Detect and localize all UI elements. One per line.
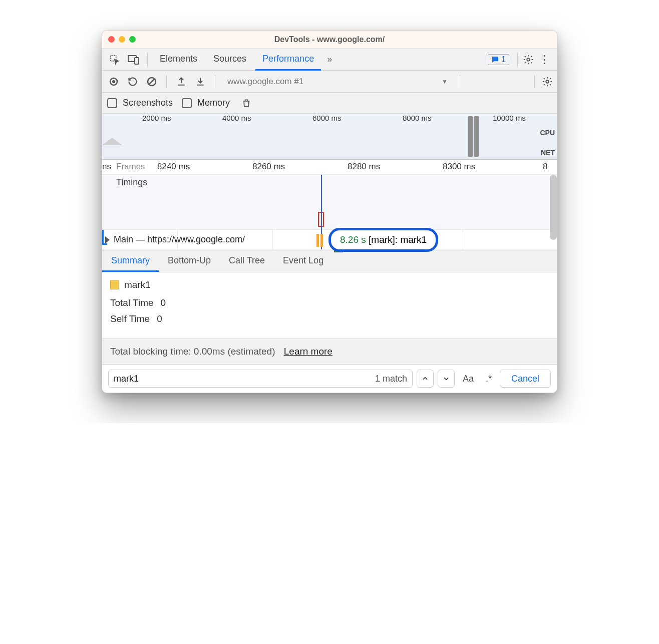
tab-call-tree[interactable]: Call Tree (220, 250, 274, 272)
svg-point-8 (546, 80, 549, 83)
cpu-label: CPU (540, 129, 555, 137)
search-input[interactable]: mark1 1 match (108, 370, 413, 388)
total-time-value: 0 (161, 297, 166, 308)
divider (517, 53, 518, 66)
recording-name: www.google.com #1 (227, 77, 303, 87)
selection-handles[interactable] (468, 116, 481, 157)
kebab-menu-icon[interactable]: ⋮ (536, 53, 553, 66)
expand-icon[interactable] (105, 236, 110, 243)
callout-time: 8.26 s (340, 234, 366, 245)
more-tabs-icon[interactable]: » (323, 54, 336, 65)
task-bar-icon (316, 234, 319, 247)
memory-checkbox[interactable]: Memory (182, 98, 230, 108)
upload-icon[interactable] (174, 74, 189, 89)
tab-summary[interactable]: Summary (102, 250, 159, 272)
detail-tabs: Summary Bottom-Up Call Tree Event Log (102, 250, 557, 272)
issues-count: 1 (501, 55, 506, 64)
issues-badge[interactable]: 1 (488, 54, 509, 65)
self-time-value: 0 (157, 313, 162, 325)
self-time-label: Self Time (110, 313, 150, 325)
svg-point-5 (112, 80, 115, 83)
tick: 10000 ms (493, 114, 526, 122)
net-label: NET (541, 149, 555, 157)
svg-point-3 (527, 58, 530, 61)
tick: 8000 ms (403, 114, 432, 122)
total-time-label: Total Time (110, 297, 154, 308)
timings-track[interactable]: Timings (102, 175, 557, 230)
device-toggle-icon[interactable] (125, 51, 142, 68)
record-icon[interactable] (106, 74, 121, 89)
divider (460, 75, 460, 88)
handle-right-icon[interactable] (474, 116, 479, 157)
ruler-left: ns (102, 162, 115, 172)
tick: 2000 ms (142, 114, 171, 122)
performance-toolbar: www.google.com #1 ▼ (102, 71, 557, 93)
case-sensitive-toggle[interactable]: Aa (459, 374, 478, 384)
prev-match-button[interactable] (417, 370, 434, 388)
summary-name-row: mark1 (110, 279, 549, 290)
mark-callout: 8.26 s [mark]: mark1 (328, 228, 438, 252)
handle-left-icon[interactable] (468, 116, 473, 157)
main-track[interactable]: Main — https://www.google.com/ 8.26 s [m… (102, 230, 557, 250)
divider (215, 75, 215, 88)
flame-chart[interactable]: ns Frames 8240 ms 8260 ms 8280 ms 8300 m… (102, 160, 557, 250)
next-match-button[interactable] (438, 370, 455, 388)
search-match-count: 1 match (375, 374, 407, 384)
summary-panel: mark1 Total Time 0 Self Time 0 (102, 272, 557, 339)
tick: 8 (543, 162, 547, 172)
timings-label: Timings (116, 177, 147, 188)
blocking-text: Total blocking time: 0.00ms (estimated) (110, 346, 275, 357)
divider (166, 75, 167, 88)
callout-text: [mark]: mark1 (369, 234, 427, 245)
frames-label: Frames (116, 162, 145, 172)
download-icon[interactable] (193, 74, 208, 89)
self-time-row: Self Time 0 (110, 313, 549, 325)
memory-label: Memory (197, 98, 230, 108)
dropdown-triangle-icon: ▼ (442, 78, 448, 85)
tab-bottom-up[interactable]: Bottom-Up (159, 250, 220, 272)
overview-ruler: 2000 ms 4000 ms 6000 ms 8000 ms 10000 ms (102, 114, 557, 125)
learn-more-link[interactable]: Learn more (284, 346, 333, 357)
tick: 8260 ms (252, 162, 285, 172)
total-time-row: Total Time 0 (110, 297, 549, 308)
color-swatch-icon (110, 280, 119, 289)
recording-select[interactable]: www.google.com #1 ▼ (222, 74, 453, 89)
search-bar: mark1 1 match Aa .* Cancel (102, 365, 557, 393)
task-bars[interactable] (316, 234, 323, 247)
tab-event-log[interactable]: Event Log (274, 250, 333, 272)
trash-icon[interactable] (239, 96, 254, 111)
reload-icon[interactable] (125, 74, 140, 89)
regex-toggle[interactable]: .* (482, 374, 496, 384)
search-value: mark1 (114, 374, 375, 384)
capture-settings-icon[interactable] (542, 76, 553, 87)
summary-name: mark1 (124, 279, 151, 290)
tick: 6000 ms (312, 114, 342, 122)
tab-elements[interactable]: Elements (153, 49, 204, 71)
settings-icon[interactable] (523, 54, 534, 65)
overview-pane[interactable]: 2000 ms 4000 ms 6000 ms 8000 ms 10000 ms… (102, 114, 557, 160)
screenshots-label: Screenshots (123, 98, 173, 108)
titlebar: DevTools - www.google.com/ (102, 31, 557, 49)
svg-line-7 (149, 79, 154, 84)
tab-performance[interactable]: Performance (255, 49, 321, 71)
checkbox-icon (182, 98, 192, 108)
screenshots-checkbox[interactable]: Screenshots (107, 98, 173, 108)
tab-sources[interactable]: Sources (206, 49, 253, 71)
task-bar-icon (320, 234, 323, 247)
divider (534, 75, 535, 88)
cpu-spark-icon (102, 135, 132, 145)
divider (147, 53, 148, 66)
tick: 8280 ms (348, 162, 380, 172)
clear-icon[interactable] (144, 74, 159, 89)
blocking-time-bar: Total blocking time: 0.00ms (estimated) … (102, 339, 557, 365)
devtools-window: DevTools - www.google.com/ Elements Sour… (102, 30, 557, 393)
cancel-button[interactable]: Cancel (500, 370, 551, 388)
scrollbar-thumb[interactable] (550, 175, 557, 240)
tick: 8300 ms (443, 162, 475, 172)
checkbox-icon (107, 98, 117, 108)
main-label: Main — https://www.google.com/ (114, 234, 245, 245)
tick: 4000 ms (222, 114, 251, 122)
detail-ruler: ns Frames 8240 ms 8260 ms 8280 ms 8300 m… (102, 160, 557, 175)
svg-rect-2 (135, 58, 139, 64)
inspect-icon[interactable] (106, 51, 123, 68)
